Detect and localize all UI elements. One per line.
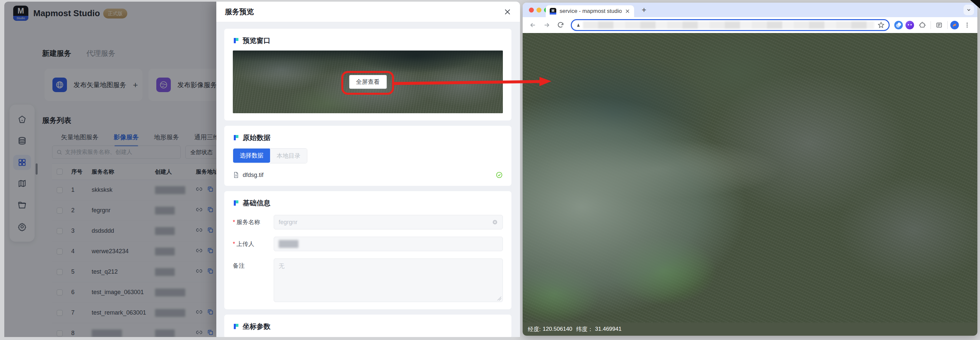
fullscreen-view-button[interactable]: 全屏查看 [349, 75, 387, 89]
longitude-label: 经度: [528, 326, 541, 333]
select-data-tab[interactable]: 选择数据 [233, 148, 270, 163]
source-data-section: 原始数据 选择数据 本地目录 dfdsg.tif [224, 126, 511, 186]
file-icon [233, 172, 239, 178]
browser-tabstrip: M service - mapmost studio + [523, 3, 977, 17]
browser-window: M service - mapmost studio + [523, 3, 977, 336]
screen: M Studio Mapmost Studio 正式版 新建服务 代理服务 发布… [0, 0, 980, 340]
remark-placeholder: 无 [278, 263, 285, 269]
url-text-start [577, 24, 580, 27]
toolbar-divider [947, 21, 948, 29]
reading-list-icon[interactable] [934, 19, 945, 31]
section-flag-icon [233, 134, 239, 141]
tab-title: service - mapmost studio [560, 8, 622, 14]
check-success-icon [496, 171, 503, 179]
svg-text:M: M [552, 9, 554, 13]
forward-icon[interactable] [541, 19, 552, 31]
source-toggle-group: 选择数据 本地目录 [233, 148, 307, 163]
clear-input-icon[interactable] [492, 219, 498, 225]
file-name: dfdsg.tif [243, 172, 264, 179]
extension-purple-icon[interactable] [905, 21, 914, 29]
coords-section-title: 坐标参数 [243, 322, 270, 331]
browser-toolbar [523, 17, 977, 33]
service-name-label: 服务名称 [233, 215, 274, 226]
local-directory-tab[interactable]: 本地目录 [270, 148, 307, 163]
textarea-resize-grip[interactable] [497, 297, 501, 300]
back-icon[interactable] [527, 19, 538, 31]
service-name-field[interactable]: fegrgnr [274, 215, 503, 230]
longitude-value: 120.506140 [543, 326, 573, 332]
profile-avatar[interactable] [950, 21, 959, 29]
screen-corner [970, 0, 980, 9]
source-section-title: 原始数据 [243, 133, 270, 142]
service-preview-map[interactable]: 全屏查看 [233, 51, 503, 113]
uploader-redacted [278, 240, 298, 248]
section-flag-icon [233, 37, 239, 44]
close-icon[interactable] [504, 8, 511, 16]
bookmark-star-icon[interactable] [877, 21, 885, 29]
drawer-header: 服务预览 [216, 2, 520, 22]
drawer-title: 服务预览 [225, 7, 254, 17]
new-tab-button[interactable]: + [639, 5, 649, 15]
toolbar-divider [931, 21, 931, 29]
latitude-label: 纬度： [576, 326, 593, 333]
map-coordinate-statusbar: 经度: 120.506140 纬度： 31.469941 [523, 322, 977, 336]
extension-blue-icon[interactable] [894, 21, 903, 29]
preview-section: 预览窗口 全屏查看 [224, 29, 511, 120]
basic-info-section: 基础信息 服务名称 fegrgnr 上传人 [224, 191, 511, 309]
preview-section-title: 预览窗口 [243, 36, 270, 45]
tab-favicon: M [550, 8, 556, 14]
source-file-row: dfdsg.tif [233, 171, 503, 179]
remark-textarea[interactable]: 无 [274, 259, 503, 302]
window-minimize-button[interactable] [536, 8, 541, 13]
address-bar[interactable] [571, 19, 890, 31]
mapmost-studio-window: M Studio Mapmost Studio 正式版 新建服务 代理服务 发布… [4, 2, 520, 337]
extensions-puzzle-icon[interactable] [917, 19, 928, 31]
coord-params-section: 坐标参数 [224, 314, 511, 337]
url-redacted [583, 21, 874, 29]
uploader-field[interactable] [274, 237, 503, 251]
drawer-body: 预览窗口 全屏查看 原始数据 选择数据 本地目录 [216, 22, 520, 337]
section-flag-icon [233, 200, 239, 206]
uploader-label: 上传人 [233, 237, 274, 248]
reload-icon[interactable] [555, 19, 566, 31]
browser-menu-kebab-icon[interactable] [961, 19, 973, 31]
satellite-map-view[interactable] [523, 33, 977, 322]
basic-section-title: 基础信息 [243, 198, 270, 208]
latitude-value: 31.469941 [595, 326, 622, 332]
window-close-button[interactable] [529, 8, 534, 13]
remark-label: 备注 [233, 259, 274, 270]
browser-tab[interactable]: M service - mapmost studio [546, 5, 634, 17]
section-flag-icon [233, 323, 239, 330]
tab-close-icon[interactable] [625, 9, 630, 14]
service-preview-drawer: 服务预览 预览窗口 全屏查看 [216, 2, 520, 337]
service-name-value: fegrgnr [278, 219, 298, 226]
